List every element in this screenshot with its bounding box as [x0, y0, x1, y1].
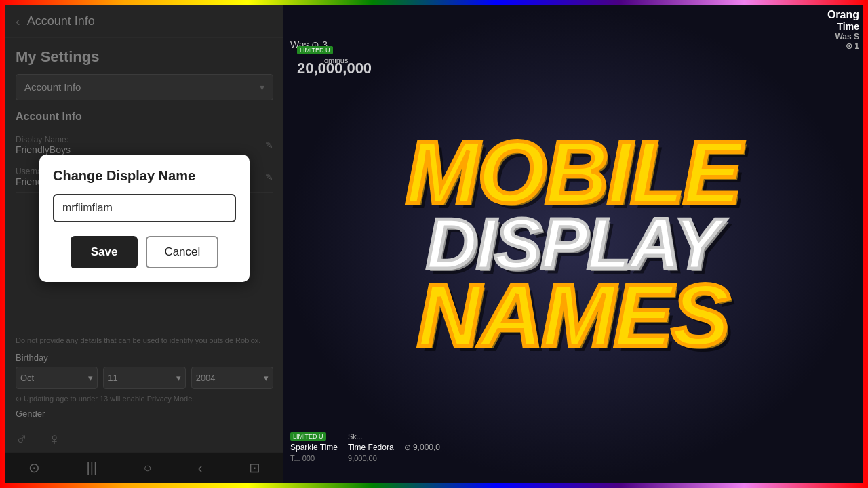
sparkle-time-label: Sparkle Time	[290, 443, 338, 452]
corner-text: Orang Time Was S ⊙ 1	[827, 9, 859, 51]
modal-buttons: Save Cancel	[53, 236, 236, 268]
main-container: ‹ Account Info My Settings Account Info …	[5, 5, 863, 483]
title-overlay: MOBILE DISPLAY NAMES	[392, 119, 754, 369]
change-display-name-modal: Change Display Name Save Cancel	[39, 155, 250, 282]
price-display: ⊙ 9,000,0	[404, 443, 440, 452]
fedora-price: 9,000,00	[348, 454, 394, 462]
title-mobile: MOBILE	[406, 133, 741, 212]
corner-was: Was S	[827, 32, 859, 41]
modal-overlay: Change Display Name Save Cancel	[5, 5, 283, 483]
sparkle-item-2: Sk... Time Fedora 9,000,00	[348, 432, 394, 462]
price-item: ⊙ 9,000,0	[404, 443, 440, 452]
corner-num: ⊙ 1	[827, 41, 859, 51]
title-names: NAMES	[406, 276, 741, 355]
modal-title: Change Display Name	[53, 168, 236, 184]
display-name-input[interactable]	[53, 194, 236, 222]
dominust-label: ominus	[324, 56, 348, 64]
save-button[interactable]: Save	[71, 236, 138, 268]
phone-panel: ‹ Account Info My Settings Account Info …	[5, 5, 283, 483]
game-items-row: LIMITED U Sparkle Time T... 000 Sk... Ti…	[290, 432, 856, 462]
cancel-button[interactable]: Cancel	[146, 236, 218, 268]
corner-time: Time	[827, 21, 859, 32]
corner-orange: Orang	[827, 9, 859, 21]
game-items-bar: LIMITED U Sparkle Time T... 000 Sk... Ti…	[283, 432, 863, 462]
sparkle-price: T... 000	[290, 454, 338, 462]
time-fedora-label: Time Fedora	[348, 443, 394, 452]
limited-badge-top: LIMITED U	[297, 46, 333, 54]
game-panel: Orang Time Was S ⊙ 1 MOBILE DISPLAY NAME…	[283, 5, 863, 483]
limited-badge-1: LIMITED U	[290, 432, 326, 441]
sk-label: Sk...	[348, 432, 394, 441]
sparkle-item-1: LIMITED U Sparkle Time T... 000	[290, 432, 338, 462]
